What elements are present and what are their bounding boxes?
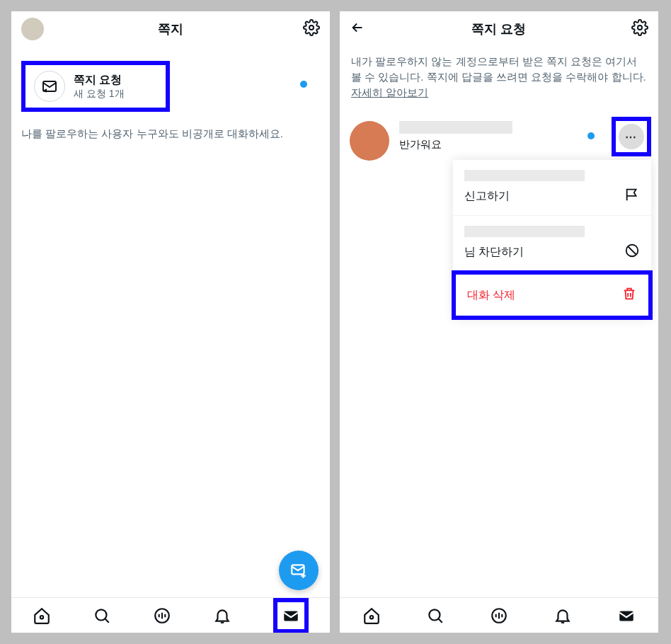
svg-point-3 bbox=[40, 616, 42, 619]
user-avatar bbox=[350, 121, 389, 161]
home-icon[interactable] bbox=[362, 606, 381, 625]
description-text: 내가 팔로우하지 않는 계정으로부터 받은 쪽지 요청은 여기서 볼 수 있습니… bbox=[351, 54, 647, 100]
more-icon: ⋯ bbox=[619, 124, 644, 149]
report-label: 신고하기 bbox=[464, 189, 510, 204]
svg-rect-12 bbox=[619, 611, 633, 621]
home-icon[interactable] bbox=[33, 606, 51, 625]
request-subtitle: 새 요청 1개 bbox=[74, 88, 125, 100]
mic-icon[interactable] bbox=[153, 606, 171, 625]
back-icon[interactable] bbox=[350, 20, 365, 38]
messages-screen: 쪽지 쪽지 요청 새 요청 1개 나를 팔로우하는 사용자 누구와도 비공개로 … bbox=[11, 11, 330, 633]
svg-point-7 bbox=[638, 25, 642, 30]
unread-dot bbox=[300, 81, 307, 88]
settings-icon[interactable] bbox=[303, 19, 320, 39]
flag-icon bbox=[624, 187, 640, 205]
request-title: 쪽지 요청 bbox=[74, 73, 125, 88]
page-title: 쪽지 bbox=[47, 21, 294, 38]
notifications-icon[interactable] bbox=[554, 606, 572, 625]
header: 쪽지 요청 bbox=[340, 11, 658, 47]
messages-tab-icon[interactable] bbox=[617, 606, 636, 625]
search-icon[interactable] bbox=[426, 606, 445, 625]
trash-icon bbox=[621, 286, 637, 304]
bottom-nav bbox=[11, 597, 330, 633]
search-icon[interactable] bbox=[93, 606, 111, 625]
svg-point-0 bbox=[309, 25, 314, 30]
delete-label: 대화 삭제 bbox=[467, 288, 515, 303]
svg-point-10 bbox=[429, 609, 440, 620]
learn-more-link[interactable]: 자세히 알아보기 bbox=[351, 86, 428, 98]
message-request-card[interactable]: 쪽지 요청 새 요청 1개 bbox=[21, 61, 170, 112]
mic-icon[interactable] bbox=[490, 606, 508, 625]
svg-point-4 bbox=[96, 609, 106, 620]
svg-point-9 bbox=[370, 616, 373, 619]
username-redacted bbox=[399, 121, 512, 134]
page-title: 쪽지 요청 bbox=[375, 21, 623, 38]
settings-icon[interactable] bbox=[631, 19, 648, 39]
username-redacted bbox=[464, 170, 585, 181]
block-menu-item[interactable]: 님 차단하기 bbox=[453, 216, 651, 272]
messages-tab-icon[interactable] bbox=[273, 598, 309, 633]
username-redacted bbox=[464, 226, 585, 237]
compose-button[interactable] bbox=[279, 551, 319, 590]
svg-rect-6 bbox=[285, 611, 299, 621]
notifications-icon[interactable] bbox=[213, 606, 231, 625]
block-label: 님 차단하기 bbox=[464, 245, 524, 260]
bottom-nav bbox=[340, 597, 658, 633]
hint-text: 나를 팔로우하는 사용자 누구와도 비공개로 대화하세요. bbox=[21, 127, 320, 141]
header: 쪽지 bbox=[11, 11, 330, 47]
delete-menu-item[interactable]: 대화 삭제 bbox=[452, 270, 653, 320]
message-request-icon bbox=[34, 71, 65, 102]
block-icon bbox=[624, 243, 640, 261]
profile-avatar[interactable] bbox=[21, 18, 44, 40]
message-request-item[interactable]: 반가워요 ⋯ bbox=[340, 121, 658, 161]
message-requests-screen: 쪽지 요청 내가 팔로우하지 않는 계정으로부터 받은 쪽지 요청은 여기서 볼… bbox=[340, 11, 658, 633]
report-menu-item[interactable]: 신고하기 bbox=[453, 160, 651, 216]
more-options-button[interactable]: ⋯ bbox=[612, 117, 651, 156]
options-popup: 신고하기 님 차단하기 대화 삭제 bbox=[453, 160, 651, 318]
